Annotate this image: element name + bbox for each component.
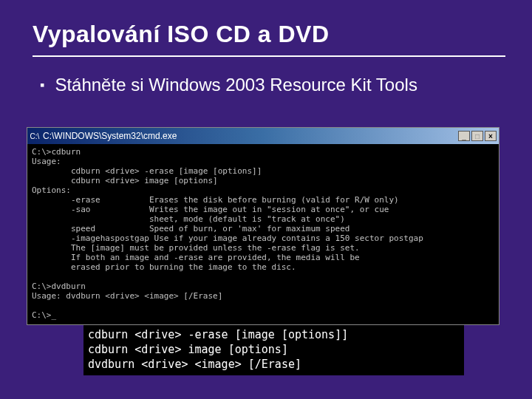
bullet-text: Stáhněte si Windows 2003 Resource Kit To… <box>55 75 417 95</box>
window-controls: _ □ × <box>458 131 497 141</box>
command-prompt-window: C:\ C:\WINDOWS\System32\cmd.exe _ □ × C:… <box>27 127 499 325</box>
commands-summary: cdburn <drive> -erase [image [options]] … <box>83 325 464 375</box>
window-title: C:\WINDOWS\System32\cmd.exe <box>43 131 458 141</box>
window-titlebar[interactable]: C:\ C:\WINDOWS\System32\cmd.exe _ □ × <box>27 128 499 144</box>
console-output[interactable]: C:\>cdburn Usage: cdburn <drive> -erase … <box>27 144 499 324</box>
maximize-button[interactable]: □ <box>471 131 483 141</box>
minimize-button[interactable]: _ <box>458 131 470 141</box>
close-button[interactable]: × <box>485 131 497 141</box>
slide-rule <box>33 55 505 57</box>
slide-title: Vypalování ISO CD a DVD <box>33 21 499 48</box>
bullet-item: ▪ Stáhněte si Windows 2003 Resource Kit … <box>33 75 499 95</box>
cmd-icon: C:\ <box>30 131 40 141</box>
bullet-marker: ▪ <box>40 75 44 95</box>
slide: Vypalování ISO CD a DVD ▪ Stáhněte si Wi… <box>0 0 532 95</box>
